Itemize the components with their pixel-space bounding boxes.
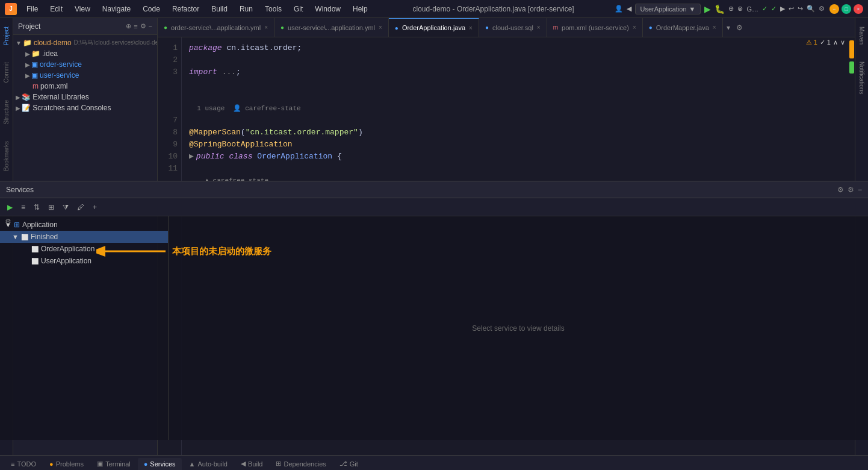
- sidebar-tab-structure[interactable]: Structure: [2, 98, 11, 127]
- terminal-icon: ▣: [97, 460, 103, 468]
- project-panel-collapse[interactable]: −: [149, 23, 152, 30]
- svc-group-btn[interactable]: ⊞: [46, 202, 57, 213]
- nav-down[interactable]: ∨: [840, 39, 845, 46]
- problems-icon: ●: [49, 460, 54, 468]
- back-icon[interactable]: ◀: [627, 5, 631, 13]
- svc-item-user-app[interactable]: ⬜ UserApplication: [0, 255, 168, 267]
- svc-filter-btn[interactable]: ⧩: [60, 202, 71, 213]
- redo-icon[interactable]: ↪: [798, 5, 803, 13]
- tree-item-order-service[interactable]: ▶ ▣ order-service: [13, 59, 157, 70]
- tab-close-order-mapper[interactable]: ×: [713, 24, 716, 31]
- tab-close-user-yml[interactable]: ×: [379, 24, 382, 31]
- tree-item-scratches[interactable]: ▶ 📝 Scratches and Consoles: [13, 102, 157, 113]
- svc-list-btn[interactable]: ≡: [19, 202, 28, 213]
- tab-user-yml[interactable]: ● user-service\...application.yml ×: [274, 18, 389, 37]
- bottom-tab-terminal[interactable]: ▣ Terminal: [91, 457, 137, 470]
- menu-view[interactable]: View: [70, 4, 95, 14]
- bottom-tab-autobuild[interactable]: ▲ Auto-build: [183, 458, 234, 470]
- services-detail: Select service to view details: [169, 216, 868, 440]
- services-collapse-icon[interactable]: −: [858, 186, 862, 194]
- tab-order-mapper[interactable]: ● OrderMapper.java ×: [643, 18, 723, 37]
- menu-window[interactable]: Window: [310, 4, 346, 14]
- sidebar-tab-maven[interactable]: Maven: [857, 24, 866, 47]
- bottom-tab-dependencies[interactable]: ⊞ Dependencies: [270, 457, 332, 470]
- project-header-icon2[interactable]: ≡: [134, 23, 137, 30]
- bottom-tab-build[interactable]: ◀ Build: [235, 457, 268, 470]
- tree-item-external-libs[interactable]: ▶ 📚 External Libraries: [13, 92, 157, 102]
- tree-item-cloud-demo[interactable]: ▼ 📁 cloud-demo D:\马马\cloud-services\clou…: [13, 37, 157, 48]
- tab-overflow-icon[interactable]: ▾: [723, 24, 734, 32]
- menu-file[interactable]: File: [22, 4, 43, 14]
- coverage-button[interactable]: ⊕: [728, 5, 734, 13]
- menu-tools[interactable]: Tools: [260, 4, 287, 14]
- menu-git[interactable]: Git: [289, 4, 308, 14]
- tree-item-pom[interactable]: m pom.xml: [13, 81, 157, 92]
- services-gear-icon[interactable]: ⚙: [848, 186, 854, 194]
- bottom-tab-services[interactable]: ● Services: [138, 458, 182, 470]
- run-config-dropdown-icon[interactable]: ▼: [689, 5, 696, 13]
- checkmark2: ✓: [771, 5, 777, 13]
- tab-order-yml[interactable]: ● order-service\...application.yml ×: [158, 18, 274, 37]
- folder-icon-idea: 📁: [31, 49, 40, 58]
- problems-label: Problems: [56, 460, 84, 468]
- tree-item-idea[interactable]: ▶ 📁 .idea: [13, 48, 157, 59]
- tab-cloud-sql[interactable]: ● cloud-user.sql ×: [479, 18, 547, 37]
- menu-edit[interactable]: Edit: [45, 4, 67, 14]
- profile-button[interactable]: ⊗: [737, 5, 743, 13]
- services-tab-icon: ●: [144, 460, 148, 468]
- settings-icon[interactable]: ⚙: [819, 5, 825, 13]
- vcs-icon[interactable]: 👤: [615, 5, 623, 13]
- code-line-4: [189, 78, 840, 90]
- menu-run[interactable]: Run: [235, 4, 258, 14]
- tab-close-order-yml[interactable]: ×: [264, 24, 268, 31]
- sidebar-tab-project[interactable]: Project: [2, 24, 11, 48]
- tree-item-user-service[interactable]: ▶ ▣ user-service: [13, 70, 157, 81]
- svc-item-order-app[interactable]: ⬜ OrderApplication: [0, 243, 168, 255]
- svc-item-application[interactable]: ▼ ⊞ Application: [0, 219, 168, 231]
- code-line-3: import ...;: [189, 66, 840, 78]
- tab-order-java[interactable]: ● OrderApplication.java ×: [389, 18, 479, 37]
- bottom-tab-git[interactable]: ⎇ Git: [333, 457, 364, 470]
- tab-close-pom-user[interactable]: ×: [633, 24, 636, 31]
- menu-build[interactable]: Build: [206, 4, 232, 14]
- bottom-tab-todo[interactable]: ≡ TODO: [5, 458, 42, 470]
- tab-close-cloud-sql[interactable]: ×: [537, 24, 541, 31]
- tree-label-order: order-service: [40, 60, 82, 69]
- project-header-icon3[interactable]: ⚙: [140, 22, 146, 30]
- warning-icon: ⚠ 1: [806, 39, 817, 46]
- nav-up[interactable]: ∧: [833, 39, 838, 46]
- svc-add-btn[interactable]: +: [90, 202, 99, 213]
- close-button[interactable]: ×: [854, 4, 863, 14]
- menu-navigate[interactable]: Navigate: [98, 4, 135, 14]
- svc-open-btn[interactable]: 🖊: [75, 202, 87, 213]
- tab-pom-user[interactable]: m pom.xml (user-service) ×: [547, 18, 643, 37]
- svc-sort-btn[interactable]: ⇅: [31, 202, 42, 213]
- nav-forward[interactable]: ▶: [780, 5, 785, 13]
- tab-icon-user-yml: ●: [281, 24, 284, 31]
- svc-item-finished[interactable]: ▼ ⬜ Finished: [0, 231, 168, 243]
- sidebar-tab-notifications[interactable]: Notifications: [857, 59, 866, 96]
- svc-gear-left[interactable]: ⚙: [5, 218, 11, 226]
- sidebar-tab-bookmarks[interactable]: Bookmarks: [2, 139, 11, 174]
- code-line-9: @SpringBootApplication: [189, 139, 840, 151]
- git-icon[interactable]: G…: [746, 5, 758, 13]
- search-icon[interactable]: 🔍: [807, 5, 815, 13]
- run-button[interactable]: ▶: [704, 4, 711, 14]
- project-header-icon1[interactable]: ⊕: [126, 22, 131, 30]
- debug-button[interactable]: 🐛: [715, 4, 725, 14]
- menu-help[interactable]: Help: [348, 4, 373, 14]
- sidebar-tab-commit[interactable]: Commit: [2, 60, 11, 85]
- svc-run-btn[interactable]: ▶: [5, 202, 15, 213]
- minimize-button[interactable]: −: [829, 4, 839, 14]
- tab-close-order-java[interactable]: ×: [469, 25, 473, 31]
- menu-code[interactable]: Code: [138, 4, 165, 14]
- maximize-button[interactable]: □: [842, 4, 851, 14]
- menu-refactor[interactable]: Refactor: [167, 4, 204, 14]
- autobuild-icon: ▲: [189, 460, 196, 468]
- run-config-selector[interactable]: UserApplication ▼: [635, 4, 701, 14]
- undo-icon[interactable]: ↩: [789, 5, 794, 13]
- bottom-tab-problems[interactable]: ● Problems: [43, 458, 90, 470]
- services-settings-icon[interactable]: ⚙: [837, 186, 844, 194]
- tab-settings-icon[interactable]: ⚙: [734, 24, 745, 32]
- svc-label-finished: Finished: [31, 233, 58, 241]
